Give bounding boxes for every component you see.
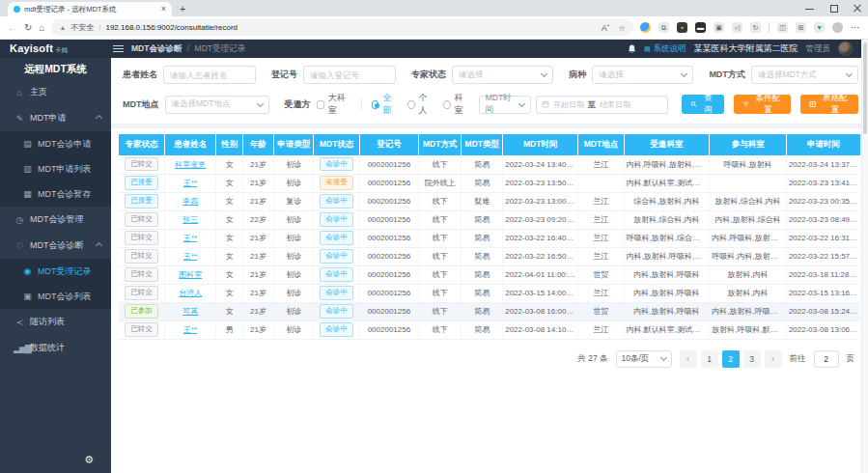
extension-icon[interactable]: ↻	[750, 22, 761, 33]
extension-icon[interactable]: ▬	[695, 22, 706, 33]
breadcrumb-separator: /	[187, 43, 189, 53]
expert-status-select[interactable]: 请选择	[452, 66, 553, 84]
patient-name-link[interactable]: 李四	[182, 197, 198, 206]
status-tag: 已转交	[125, 286, 158, 299]
sidebar-item[interactable]: ▥MDT申请列表	[0, 156, 111, 181]
table-row[interactable]: 已转交科室变更女21岁初诊会诊中0002001256线下简易2022-03-24…	[119, 155, 860, 174]
extension-icon[interactable]: ⧉	[658, 22, 669, 33]
refresh-icon[interactable]: ↻	[24, 23, 32, 33]
table-row[interactable]: 已转交图科室女21岁初诊会诊中0002001256线下简易2022-04-01 …	[119, 265, 860, 284]
scrollbar-thumb[interactable]	[863, 42, 867, 134]
sidebar-item[interactable]: ≺随访列表	[0, 309, 111, 335]
patient-name-link[interactable]: 可其	[182, 307, 198, 316]
mdt-mode-select[interactable]: 请选择MDT方式	[751, 66, 858, 84]
sidebar-item[interactable]: ▣MDT会诊列表	[0, 284, 111, 309]
radio-option[interactable]: 全部	[372, 92, 398, 117]
cell-mdt_mode: 线下	[419, 265, 462, 284]
extension-icon[interactable]: ◁	[732, 22, 742, 33]
condition-config-button[interactable]: 条件配置	[734, 95, 792, 114]
cell-age: 21岁	[242, 265, 273, 284]
table-config-button[interactable]: 表格配置	[800, 95, 858, 114]
table-row[interactable]: 已转交张三女22岁初诊会诊中0002001256线下简易2022-03-23 0…	[119, 210, 860, 229]
sidebar-item[interactable]: ✎MDT申请	[0, 105, 111, 131]
next-page-button[interactable]: ›	[765, 350, 782, 368]
cell-name: 台湾人	[164, 284, 216, 302]
url-box[interactable]: ▲ 不安全 | 192.168.0.156:9002/consultatie/r…	[51, 19, 633, 36]
patient-name-link[interactable]: 王**	[183, 234, 197, 242]
patient-name-link[interactable]: 王**	[183, 325, 197, 334]
favorite-star-icon[interactable]: ☆	[618, 23, 626, 33]
disease-select[interactable]: 请选择	[592, 66, 693, 84]
status-tag: 会诊中	[320, 322, 353, 336]
patient-name-link[interactable]: 图科室	[179, 270, 202, 279]
sidebar-collapse-icon[interactable]	[113, 45, 124, 52]
patient-name-link[interactable]: 王**	[183, 179, 197, 187]
window-minimize-button[interactable]	[805, 4, 814, 13]
cell-expert_status: 已转交	[119, 155, 164, 174]
page-number-button[interactable]: 3	[743, 350, 761, 368]
table-row[interactable]: 已转交王**女21岁初诊会诊中0002001256线下简易2022-03-22 …	[119, 229, 860, 247]
home-icon[interactable]: ⌂	[39, 23, 44, 33]
big-dept-checkbox[interactable]: 大科室	[317, 92, 351, 117]
radio-option[interactable]: 科室	[443, 92, 469, 117]
table-row[interactable]: 已转交王**女21岁初诊会诊中0002001256线下简易2022-03-22 …	[119, 247, 860, 265]
reg-no-input[interactable]	[303, 66, 396, 84]
date-range-picker[interactable]: 开始日期 至 结束日期	[536, 96, 668, 114]
sidebar-item[interactable]: ♡MDT会诊诊断	[0, 233, 111, 259]
cell-gender: 女	[216, 247, 243, 265]
prev-page-button[interactable]: ‹	[680, 350, 697, 368]
browser-essentials-icon[interactable]: ♥	[814, 22, 825, 33]
browser-profile-avatar[interactable]	[832, 22, 843, 33]
back-icon[interactable]: ←	[8, 23, 17, 33]
mdt-place-select[interactable]: 请选择MDT地点	[165, 96, 269, 114]
tab-close-icon[interactable]: ×	[161, 5, 166, 14]
read-aloud-icon[interactable]: Aˆ	[602, 23, 610, 33]
cell-expert_status: 已接受	[119, 174, 164, 192]
more-menu-icon[interactable]: ⋯	[851, 23, 860, 33]
notification-bell-icon[interactable]	[628, 44, 636, 54]
table-row[interactable]: 已参加可其女21岁初诊会诊中0002001256线下简易2022-03-08 1…	[119, 302, 860, 320]
cell-age: 21岁	[242, 302, 273, 320]
sidebar-item[interactable]: ▂▅▇数据统计	[0, 335, 111, 361]
radio-option[interactable]: 个人	[407, 92, 434, 117]
search-button[interactable]: 查询	[682, 95, 724, 114]
page-number-button[interactable]: 1	[701, 350, 718, 368]
page-scrollbar[interactable]	[861, 40, 868, 473]
table-row[interactable]: 已接受王**女21岁初诊未接受0002001256院外线上简易2022-03-2…	[119, 174, 860, 192]
sidebar-item[interactable]: ▤MDT会诊申请	[0, 131, 111, 156]
patient-name-link[interactable]: 台湾人	[179, 289, 202, 297]
goto-page-input[interactable]	[814, 350, 839, 368]
column-header-apply_type: 申请类型	[274, 134, 314, 155]
table-row[interactable]: 已转交王**男21岁初诊会诊中0002001256线下简易2022-03-08 …	[119, 320, 860, 339]
sidebar-item[interactable]: ⌂主页	[0, 79, 111, 105]
patient-name-input[interactable]	[163, 66, 256, 84]
user-avatar[interactable]	[838, 42, 853, 56]
patient-name-link[interactable]: 张三	[182, 215, 198, 224]
copilot-icon[interactable]	[640, 22, 651, 33]
patient-name-link[interactable]: 科室变更	[175, 160, 206, 169]
extension-icon[interactable]: ▪	[677, 22, 687, 33]
window-maximize-button[interactable]	[829, 4, 838, 13]
sidebar-item[interactable]: ▦MDT会诊暂存	[0, 181, 111, 207]
split-screen-icon[interactable]: ◫	[777, 22, 788, 33]
time-type-select[interactable]: MDT时间	[479, 96, 531, 114]
collections-icon[interactable]: ⊞	[796, 22, 806, 33]
browser-tab[interactable]: mdt受理记录 - 远程MDT系统 ×	[8, 2, 172, 16]
table-row[interactable]: 已转交台湾人女21岁初诊会诊中0002001256线下简易2022-03-15 …	[119, 284, 860, 302]
cell-age: 22岁	[242, 210, 273, 229]
page-number-button[interactable]: 2	[722, 350, 740, 368]
home-icon: ⌂	[14, 88, 25, 97]
status-tag: 会诊中	[320, 249, 353, 263]
system-help-link[interactable]: ▤ 系统说明	[644, 43, 686, 55]
sidebar-item[interactable]: ◉MDT受理记录	[0, 259, 111, 284]
sidebar-item[interactable]: ◷MDT会诊管理	[0, 207, 111, 233]
table-row[interactable]: 已接受李四女21岁复诊会诊中0002001256线下疑难2022-03-23 1…	[119, 192, 860, 210]
cell-invited_depts: 内科,默认科室,测试科室,放射科	[624, 174, 710, 192]
settings-gear-icon[interactable]: ⚙	[84, 454, 94, 466]
cell-joined_depts: 呼吸科,内科,放射科,影像科	[710, 247, 787, 265]
page-size-select[interactable]: 10条/页	[616, 350, 672, 368]
new-tab-button[interactable]: +	[180, 2, 185, 15]
window-close-button[interactable]	[854, 4, 862, 13]
extension-icon[interactable]: ▣	[714, 22, 724, 33]
patient-name-link[interactable]: 王**	[183, 252, 197, 261]
